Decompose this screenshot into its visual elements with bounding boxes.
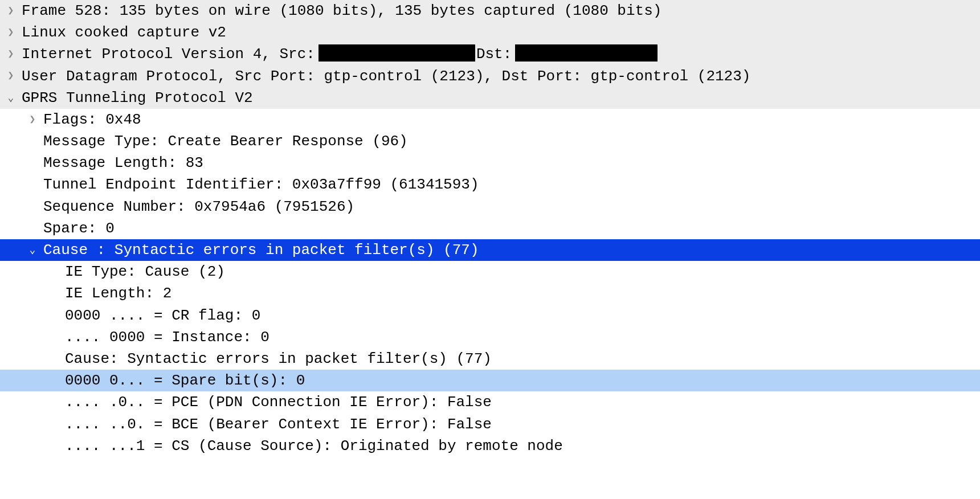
tree-item-instance[interactable]: .... 0000 = Instance: 0 — [0, 326, 980, 348]
tree-item-cr-flag[interactable]: 0000 .... = CR flag: 0 — [0, 305, 980, 326]
packet-details-panel: ❯ Frame 528: 135 bytes on wire (1080 bit… — [0, 0, 980, 457]
chevron-right-icon[interactable]: ❯ — [0, 25, 22, 40]
cause-header-label: Cause : Syntactic errors in packet filte… — [43, 239, 479, 261]
cause-value-label: Cause: Syntactic errors in packet filter… — [65, 348, 492, 370]
cs-label: .... ...1 = CS (Cause Source): Originate… — [65, 435, 563, 457]
pce-label: .... .0.. = PCE (PDN Connection IE Error… — [65, 391, 492, 413]
flags-label: Flags: 0x48 — [43, 109, 141, 130]
tree-item-msg-len[interactable]: Message Length: 83 — [0, 152, 980, 174]
msg-type-label: Message Type: Create Bearer Response (96… — [43, 130, 408, 152]
bce-label: .... ..0. = BCE (Bearer Context IE Error… — [65, 414, 492, 435]
tree-item-teid[interactable]: Tunnel Endpoint Identifier: 0x03a7ff99 (… — [0, 174, 980, 196]
frame-summary: Frame 528: 135 bytes on wire (1080 bits)… — [22, 0, 662, 22]
tree-item-frame[interactable]: ❯ Frame 528: 135 bytes on wire (1080 bit… — [0, 0, 980, 22]
tree-item-flags[interactable]: ❯ Flags: 0x48 — [0, 109, 980, 130]
tree-item-bce[interactable]: .... ..0. = BCE (Bearer Context IE Error… — [0, 414, 980, 435]
chevron-right-icon[interactable]: ❯ — [0, 3, 22, 18]
cr-flag-label: 0000 .... = CR flag: 0 — [65, 305, 260, 326]
gtpv2-summary: GPRS Tunneling Protocol V2 — [22, 87, 253, 109]
tree-item-cause-value[interactable]: Cause: Syntactic errors in packet filter… — [0, 348, 980, 370]
chevron-right-icon[interactable]: ❯ — [22, 112, 43, 127]
tree-item-gtpv2[interactable]: ⌄ GPRS Tunneling Protocol V2 — [0, 87, 980, 109]
tree-item-ie-type[interactable]: IE Type: Cause (2) — [0, 261, 980, 283]
redacted-src-ip — [318, 44, 475, 62]
teid-label: Tunnel Endpoint Identifier: 0x03a7ff99 (… — [43, 174, 479, 195]
tree-item-cs[interactable]: .... ...1 = CS (Cause Source): Originate… — [0, 435, 980, 457]
instance-label: .... 0000 = Instance: 0 — [65, 326, 270, 348]
tree-item-ipv4[interactable]: ❯ Internet Protocol Version 4, Src: Dst: — [0, 43, 980, 65]
ie-length-label: IE Length: 2 — [65, 283, 172, 304]
ipv4-src-label: Internet Protocol Version 4, Src: — [22, 43, 315, 65]
tree-item-spare[interactable]: Spare: 0 — [0, 218, 980, 239]
tree-item-ie-length[interactable]: IE Length: 2 — [0, 283, 980, 304]
tree-item-linux-cooked[interactable]: ❯ Linux cooked capture v2 — [0, 22, 980, 43]
tree-item-cause[interactable]: ⌄ Cause : Syntactic errors in packet fil… — [0, 239, 980, 261]
chevron-down-icon[interactable]: ⌄ — [0, 91, 22, 105]
msg-len-label: Message Length: 83 — [43, 152, 203, 174]
udp-summary: User Datagram Protocol, Src Port: gtp-co… — [22, 66, 750, 87]
spare-bits-label: 0000 0... = Spare bit(s): 0 — [65, 370, 305, 391]
chevron-down-icon[interactable]: ⌄ — [22, 243, 43, 257]
tree-item-spare-bits[interactable]: 0000 0... = Spare bit(s): 0 — [0, 370, 980, 391]
chevron-right-icon[interactable]: ❯ — [0, 47, 22, 62]
ipv4-dst-label: Dst: — [476, 43, 512, 65]
tree-item-msg-type[interactable]: Message Type: Create Bearer Response (96… — [0, 130, 980, 152]
redacted-dst-ip — [515, 44, 658, 62]
tree-item-pce[interactable]: .... .0.. = PCE (PDN Connection IE Error… — [0, 391, 980, 413]
linux-cooked-summary: Linux cooked capture v2 — [22, 22, 226, 43]
ie-type-label: IE Type: Cause (2) — [65, 261, 225, 283]
seq-label: Sequence Number: 0x7954a6 (7951526) — [43, 196, 354, 218]
spare-label: Spare: 0 — [43, 218, 115, 239]
chevron-right-icon[interactable]: ❯ — [0, 68, 22, 83]
tree-item-udp[interactable]: ❯ User Datagram Protocol, Src Port: gtp-… — [0, 66, 980, 87]
tree-item-seq[interactable]: Sequence Number: 0x7954a6 (7951526) — [0, 196, 980, 218]
